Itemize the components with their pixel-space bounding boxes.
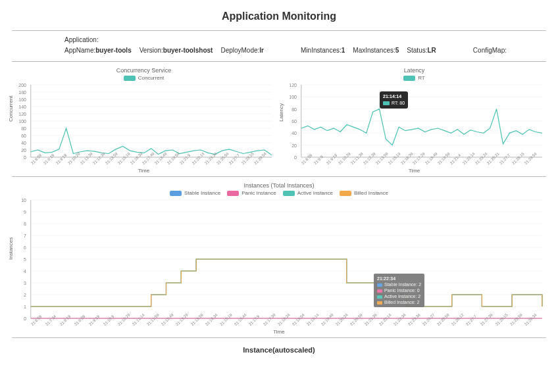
chart-concurrency[interactable]: Concurrency Service Concurrent Concurren… xyxy=(12,66,276,174)
label-mininst: MinInstances: xyxy=(301,47,342,54)
footer-title: Instance(autoscaled) xyxy=(12,342,546,358)
page-title: Application Monitoring xyxy=(12,7,546,28)
ytick: 4 xyxy=(24,269,26,274)
app-header: Application: AppName:buyer-tools Version… xyxy=(12,35,546,59)
label-application: Application: xyxy=(64,36,99,43)
value-status: LR xyxy=(427,47,436,54)
chart-instances[interactable]: Instances (Total Instances) Stable Insta… xyxy=(12,181,546,335)
legend-swatch xyxy=(403,76,415,81)
legend-item[interactable]: Panic Instance xyxy=(227,190,276,196)
legend-item[interactable]: Active Instance xyxy=(283,190,333,196)
legend-latency: RT xyxy=(282,75,546,82)
ytick: 40 xyxy=(292,131,297,135)
ytick: 2 xyxy=(24,293,26,297)
ytick: 100 xyxy=(18,119,26,124)
divider-bottom xyxy=(12,337,546,338)
value-deploymode: lr xyxy=(259,47,264,54)
ytick: 6 xyxy=(24,245,26,250)
chart-title-latency: Latency xyxy=(282,66,546,75)
legend-label: RT xyxy=(418,75,425,81)
ytick: 120 xyxy=(18,112,26,116)
xlabel-concurrency: Time xyxy=(12,166,276,174)
value-version: buyer-toolshost xyxy=(163,47,213,54)
divider-top xyxy=(12,30,546,31)
ytick: 60 xyxy=(21,134,26,138)
divider-app xyxy=(12,61,546,62)
legend-label: Stable Instance xyxy=(184,190,220,196)
value-appname: buyer-tools xyxy=(95,47,131,54)
legend-instances: Stable InstancePanic InstanceActive Inst… xyxy=(12,190,546,197)
ytick: 20 xyxy=(21,148,26,153)
legend-swatch xyxy=(283,191,295,196)
ytick: 80 xyxy=(21,126,26,131)
legend-label: Concurrent xyxy=(138,75,165,81)
ytick: 120 xyxy=(289,83,297,87)
legend-item[interactable]: RT xyxy=(403,75,425,81)
ytick: 0 xyxy=(294,155,297,160)
ytick: 20 xyxy=(292,143,297,147)
ytick: 0 xyxy=(24,155,26,160)
label-status: Status: xyxy=(407,47,427,54)
legend-label: Panic Instance xyxy=(241,190,276,196)
value-mininst: 1 xyxy=(342,47,345,54)
ytick: 40 xyxy=(21,141,26,145)
ytick: 160 xyxy=(18,97,26,102)
ytick: 9 xyxy=(24,210,26,214)
legend-concurrency: Concurrent xyxy=(12,75,276,82)
ytick: 80 xyxy=(292,107,297,111)
divider-mid xyxy=(12,176,546,177)
legend-item[interactable]: Billed Instance xyxy=(340,190,388,196)
label-configmap: ConfigMap: xyxy=(473,47,507,54)
legend-swatch xyxy=(124,76,136,81)
ytick: 180 xyxy=(18,90,26,95)
ytick: 10 xyxy=(21,197,26,202)
label-deploymode: DeployMode: xyxy=(220,47,259,54)
ytick: 100 xyxy=(289,95,297,99)
legend-swatch xyxy=(340,191,351,196)
ytick: 0 xyxy=(24,316,26,321)
label-version: Version: xyxy=(140,47,163,54)
xlabel-instances: Time xyxy=(12,328,546,335)
ytick: 8 xyxy=(24,222,26,226)
legend-label: Active Instance xyxy=(297,190,333,196)
chart-title-concurrency: Concurrency Service xyxy=(12,66,276,75)
chart-latency[interactable]: Latency RT Latency 020406080100120 21:14… xyxy=(282,66,546,174)
ytick: 60 xyxy=(292,119,297,124)
label-maxinst: MaxInstances: xyxy=(353,47,395,54)
ytick: 3 xyxy=(24,281,26,285)
ytick: 200 xyxy=(18,83,26,87)
legend-label: Billed Instance xyxy=(354,190,388,196)
ytick: 5 xyxy=(24,257,26,262)
legend-item[interactable]: Concurrent xyxy=(124,75,165,81)
legend-item[interactable]: Stable Instance xyxy=(170,190,220,196)
legend-swatch xyxy=(170,191,182,196)
tooltip-instances: 21:22:34Stable Instance: 2Panic Instance… xyxy=(374,274,424,307)
label-appname: AppName: xyxy=(64,47,95,54)
value-maxinst: 5 xyxy=(395,47,399,54)
ytick: 140 xyxy=(18,105,26,109)
chart-title-instances: Instances (Total Instances) xyxy=(12,181,546,190)
xlabel-latency: Time xyxy=(282,166,546,174)
ytick: 7 xyxy=(24,233,26,238)
ytick: 1 xyxy=(24,305,26,309)
legend-swatch xyxy=(227,191,239,196)
